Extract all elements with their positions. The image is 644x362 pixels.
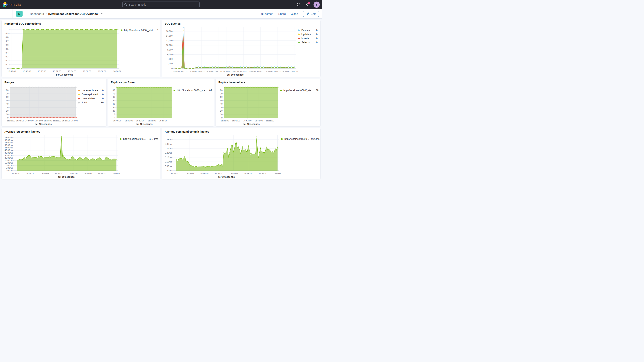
legend-dot-icon [281,138,283,140]
svg-text:55.00ms: 55.00ms [5,142,13,144]
svg-text:15:54:00: 15:54:00 [68,70,76,72]
space-badge[interactable]: D [16,10,22,17]
svg-text:15:46:00: 15:46:00 [12,172,20,175]
chart-legend: http://localhost:8080/_sta...89 [174,84,213,126]
legend-item[interactable]: Deletes0 [298,29,318,32]
legend-label: Selects [301,41,310,44]
page-title: [Metricbeat CockroachDB] Overview [48,12,98,16]
svg-text:per 10 seconds: per 10 seconds [58,176,74,178]
legend-item[interactable]: http://localhost:808...22.74ms [120,138,157,140]
svg-text:15:57:00: 15:57:00 [265,70,272,72]
svg-text:15:56:00: 15:56:00 [257,70,264,72]
legend-item[interactable]: Unavailable0 [78,97,104,100]
svg-text:15:59:00: 15:59:00 [282,70,290,72]
svg-text:70: 70 [220,92,222,95]
svg-text:15:48:00: 15:48:00 [186,172,194,175]
menu-button[interactable] [0,9,13,18]
svg-text:50: 50 [6,99,8,102]
ranges-chart[interactable]: 0102030405060708015:46:0015:48:0015:50:0… [3,84,78,126]
legend-item[interactable]: Underreplicated0 [78,89,104,92]
legend-item[interactable]: Updates0 [298,33,318,36]
legend-value: 89 [313,89,318,92]
svg-text:0.10ms: 0.10ms [165,160,172,163]
svg-text:0.3: 0.3 [6,56,8,58]
svg-text:8,000: 8,000 [167,48,172,51]
legend-dot-icon [280,90,282,91]
svg-text:80: 80 [6,89,8,91]
svg-text:35.00ms: 35.00ms [5,152,13,154]
legend-value: 0.26ms [309,138,320,140]
legend-item[interactable]: http://localhost:8080...0.26ms [281,138,318,140]
svg-text:6,000: 6,000 [167,53,172,56]
legend-dot-icon [78,90,80,91]
svg-text:15:56:00: 15:56:00 [244,172,252,175]
svg-text:16:00:00: 16:00:00 [274,172,281,175]
search-input[interactable] [122,2,200,8]
svg-text:15:50:00: 15:50:00 [200,172,208,175]
svg-text:0.1: 0.1 [6,63,8,66]
svg-text:16:00:00: 16:00:00 [113,70,121,72]
chevron-down-icon[interactable] [101,12,103,15]
svg-text:15:46:00: 15:46:00 [8,70,16,72]
legend-item[interactable]: Selects0 [298,41,318,44]
svg-text:20.00ms: 20.00ms [5,159,13,162]
sql-queries-chart[interactable]: 02,0004,0006,0008,00010,00012,00014,0001… [163,25,298,76]
legend-item[interactable]: http://localhost:8080/_sta...89 [174,89,211,92]
edit-button[interactable]: Edit [303,11,319,17]
legend-item[interactable]: http://localhost:8080/_sta...89 [280,89,318,92]
svg-text:60: 60 [6,96,8,98]
help-button[interactable] [296,2,301,7]
legend-value: 0 [100,89,104,92]
svg-text:per 10 seconds: per 10 seconds [56,74,73,76]
legend-dot-icon [298,34,300,35]
svg-text:16:00:00: 16:00:00 [71,120,78,122]
legend-dot-icon [78,98,80,100]
svg-text:0.30ms: 0.30ms [165,143,172,145]
svg-text:15:50:00: 15:50:00 [25,120,34,122]
elastic-logo[interactable]: elastic [2,2,21,7]
clone-button[interactable]: Clone [291,12,298,16]
panel-title: Ranges [2,79,106,84]
sql-connections-chart[interactable]: 00.10.20.30.40.50.60.70.80.9115:46:0015:… [3,25,121,76]
panel-average-log-commit-latency: Average log commit latency 0.00ms5.00ms1… [2,128,160,179]
svg-text:45.00ms: 45.00ms [5,146,13,149]
full-screen-button[interactable]: Full screen [260,12,273,16]
legend-label: Deletes [301,29,310,32]
svg-text:0.4: 0.4 [6,52,8,54]
avg-log-commit-latency-chart[interactable]: 0.00ms5.00ms10.00ms15.00ms20.00ms25.00ms… [3,133,120,179]
svg-text:0.7: 0.7 [6,40,8,42]
avg-command-commit-latency-chart[interactable]: 0.00ms0.05ms0.10ms0.15ms0.20ms0.25ms0.30… [163,133,281,179]
newsfeed-button[interactable] [305,2,309,7]
share-button[interactable]: Share [278,12,286,16]
svg-text:15:58:00: 15:58:00 [62,120,70,122]
legend-dot-icon [121,30,122,31]
svg-text:0.2: 0.2 [6,59,8,62]
svg-text:20: 20 [6,110,8,112]
svg-text:15:58:00: 15:58:00 [274,70,281,72]
svg-text:30.00ms: 30.00ms [5,154,13,156]
svg-text:0: 0 [7,116,8,119]
svg-text:15:56:00: 15:56:00 [84,172,92,175]
legend-item[interactable]: Inserts0 [298,37,318,40]
replicas-per-store-chart[interactable]: 0102030405060708015:46:0015:49:0015:52:0… [109,84,174,126]
legend-value: 0 [314,41,318,44]
svg-text:15:46:00: 15:46:00 [113,120,122,122]
legend-value: 89 [98,101,104,104]
legend-item[interactable]: Total89 [78,101,104,104]
replica-leaseholders-chart[interactable]: 0102030405060708015:46:0015:49:0015:52:0… [217,84,280,126]
breadcrumb-dashboard-link[interactable]: Dashboard [30,12,44,16]
breadcrumb: Dashboard / [Metricbeat CockroachDB] Ove… [26,12,103,16]
chart-legend: Deletes0Updates0Inserts0Selects0 [298,25,320,76]
legend-item[interactable]: Overreplicated0 [78,93,104,96]
svg-text:30: 30 [220,106,222,108]
svg-text:0.5: 0.5 [6,48,8,50]
legend-value: 0 [100,93,104,96]
panel-title: Average command commit latency [162,128,320,133]
svg-text:0.9: 0.9 [6,32,8,34]
legend-item[interactable]: http://localhost:8080/_stat...1 [121,29,157,32]
svg-text:15:47:00: 15:47:00 [181,70,188,72]
user-avatar[interactable]: r [314,2,320,8]
legend-value: 89 [207,89,212,92]
svg-text:15:52:00: 15:52:00 [34,120,43,122]
svg-text:15:58:00: 15:58:00 [98,172,106,175]
